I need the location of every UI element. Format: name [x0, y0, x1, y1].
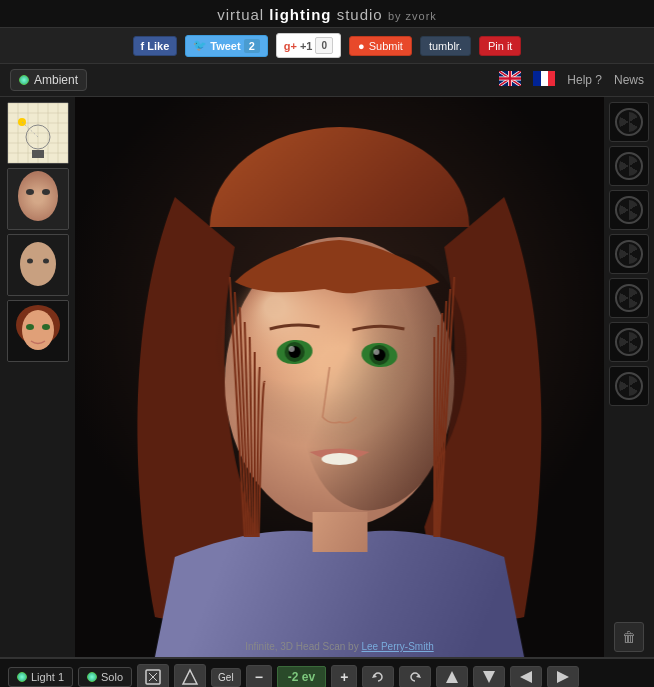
move-up-button[interactable] — [436, 666, 468, 687]
light-slot-4[interactable] — [609, 234, 649, 274]
bald-man-thumbnail[interactable] — [7, 168, 69, 230]
tw-icon: 🐦 — [193, 39, 207, 52]
down-arrow-icon — [482, 670, 496, 684]
left-arrow-icon — [519, 670, 533, 684]
news-link[interactable]: News — [614, 73, 644, 87]
nav-bar: Ambient Help ? News — [0, 64, 654, 97]
svg-marker-8 — [557, 671, 569, 683]
shutter-icon-1 — [615, 108, 643, 136]
rotate-right-icon — [408, 670, 422, 684]
submit-icon: ● — [358, 40, 365, 52]
rotate-left-icon — [371, 670, 385, 684]
help-link[interactable]: Help ? — [567, 73, 602, 87]
twitter-tweet-button[interactable]: 🐦 Tweet 2 — [185, 35, 267, 57]
gplus-icon: g+ — [284, 40, 297, 52]
tweet-label: Tweet — [210, 40, 240, 52]
ev-plus-button[interactable]: + — [331, 665, 357, 687]
woman-face-canvas-small — [7, 300, 69, 362]
app-title: virtual lighting studio by zvork — [0, 6, 654, 23]
right-arrow-icon — [556, 670, 570, 684]
light-slot-1[interactable] — [609, 102, 649, 142]
woman-thumbnail[interactable] — [7, 300, 69, 362]
shutter-icon-7 — [615, 372, 643, 400]
light-slot-2[interactable] — [609, 146, 649, 186]
fb-icon: f — [141, 40, 145, 52]
light-slot-7[interactable] — [609, 366, 649, 406]
svg-marker-2 — [183, 670, 197, 684]
light-slot-3[interactable] — [609, 190, 649, 230]
credit-text: Infinite, 3D Head Scan by — [245, 641, 361, 652]
arrow-shape-icon — [181, 668, 199, 686]
man-face-canvas — [7, 234, 69, 296]
trash-icon: 🗑 — [622, 629, 636, 645]
googleplus-button[interactable]: g+ +1 0 — [276, 33, 341, 58]
title-by: by zvork — [388, 10, 437, 22]
fr-flag-button[interactable] — [533, 71, 555, 90]
man-thumbnail[interactable] — [7, 234, 69, 296]
right-light-panel: 🗑 — [604, 97, 654, 657]
main-viewport[interactable]: Infinite, 3D Head Scan by Lee Perry-Smit… — [75, 97, 604, 657]
credit-link[interactable]: Lee Perry-Smith — [361, 641, 433, 652]
lighting-diagram-canvas — [7, 102, 69, 164]
ev-display: -2 ev — [277, 666, 326, 687]
light-label: Light 1 — [31, 671, 64, 683]
gel-button[interactable]: Gel — [211, 668, 241, 687]
gel-label: Gel — [218, 672, 234, 683]
ambient-button[interactable]: Ambient — [10, 69, 87, 91]
portrait-display — [75, 97, 604, 657]
diagram-thumbnail[interactable] — [7, 102, 69, 164]
move-down-button[interactable] — [473, 666, 505, 687]
svg-marker-7 — [520, 671, 532, 683]
light-slot-6[interactable] — [609, 322, 649, 362]
solo-dot — [87, 672, 97, 682]
bald-face-canvas — [7, 168, 69, 230]
app-header: virtual lighting studio by zvork — [0, 0, 654, 28]
tumblr-label: tumblr. — [429, 40, 462, 52]
shutter-icon-3 — [615, 196, 643, 224]
minus-icon: − — [255, 669, 263, 685]
svg-marker-4 — [416, 674, 421, 678]
submit-button[interactable]: ● Submit — [349, 36, 412, 56]
tumblr-button[interactable]: tumblr. — [420, 36, 471, 56]
main-render-canvas — [75, 97, 604, 657]
ambient-label: Ambient — [34, 73, 78, 87]
solo-button[interactable]: Solo — [78, 667, 132, 687]
bottom-toolbar: Light 1 Solo Gel − -2 ev + — [0, 657, 654, 687]
rotate-right-button[interactable] — [399, 666, 431, 687]
svg-marker-5 — [446, 671, 458, 683]
solo-label: Solo — [101, 671, 123, 683]
ev-minus-button[interactable]: − — [246, 665, 272, 687]
rotate-left-button[interactable] — [362, 666, 394, 687]
gplus-label: +1 — [300, 40, 313, 52]
up-arrow-icon — [445, 670, 459, 684]
tweet-count: 2 — [244, 39, 260, 53]
shutter-icon-2 — [615, 152, 643, 180]
pinterest-label: Pin it — [488, 40, 512, 52]
svg-marker-3 — [372, 674, 377, 678]
fb-like-label: Like — [147, 40, 169, 52]
nav-right: Help ? News — [499, 71, 644, 90]
left-thumbnail-panel — [0, 97, 75, 657]
title-bold: lighting — [269, 6, 331, 23]
arrow-shape-button[interactable] — [174, 664, 206, 687]
light-slot-5[interactable] — [609, 278, 649, 318]
social-bar: f Like 🐦 Tweet 2 g+ +1 0 ● Submit tumblr… — [0, 28, 654, 64]
shape-button[interactable] — [137, 664, 169, 687]
delete-light-button[interactable]: 🗑 — [614, 622, 644, 652]
main-area: Infinite, 3D Head Scan by Lee Perry-Smit… — [0, 97, 654, 657]
pinterest-button[interactable]: Pin it — [479, 36, 521, 56]
credit-line: Infinite, 3D Head Scan by Lee Perry-Smit… — [75, 641, 604, 652]
facebook-like-button[interactable]: f Like — [133, 36, 178, 56]
plus-icon: + — [340, 669, 348, 685]
light-select-button[interactable]: Light 1 — [8, 667, 73, 687]
ambient-dot — [19, 75, 29, 85]
shutter-icon-4 — [615, 240, 643, 268]
svg-marker-6 — [483, 671, 495, 683]
shape-icon — [144, 668, 162, 686]
light-active-dot — [17, 672, 27, 682]
move-left-button[interactable] — [510, 666, 542, 687]
uk-flag-button[interactable] — [499, 71, 521, 90]
move-right-button[interactable] — [547, 666, 579, 687]
submit-label: Submit — [369, 40, 403, 52]
shutter-icon-6 — [615, 328, 643, 356]
